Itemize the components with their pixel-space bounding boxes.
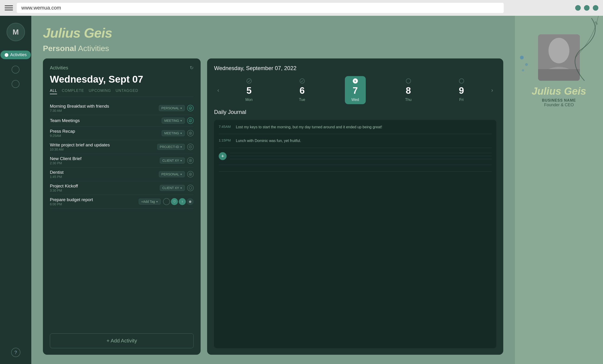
- browser-dots: [575, 5, 598, 11]
- table-row: Project Kickoff 3:30 PM CLIENT XY ▼: [50, 181, 194, 195]
- activity-action-btn[interactable]: [187, 144, 194, 150]
- activity-action-btn[interactable]: [187, 157, 194, 164]
- last-btn-dark[interactable]: ⊕: [187, 198, 194, 205]
- day-num: 7: [352, 85, 358, 96]
- activity-action-btn[interactable]: [187, 117, 194, 124]
- avatar[interactable]: M: [7, 23, 25, 41]
- activity-tag[interactable]: CLIENT XY ▼: [160, 158, 185, 164]
- activity-action-btn[interactable]: [187, 130, 194, 136]
- panel-date: Wednesday, Sept 07: [50, 74, 194, 85]
- journal-blank-1: [230, 153, 492, 153]
- activity-action-btn[interactable]: [187, 185, 194, 191]
- cal-day-fri[interactable]: 9 Fri: [451, 76, 472, 104]
- edit-icon[interactable]: ✎: [594, 20, 598, 26]
- activity-name: Prepare budget report: [50, 197, 136, 202]
- address-bar[interactable]: www.wemua.com: [17, 3, 504, 13]
- cal-week: ‹ 5 Mon: [214, 76, 496, 104]
- last-btn-outline[interactable]: [163, 198, 170, 205]
- sidebar-item-2[interactable]: [12, 66, 20, 73]
- activity-tag[interactable]: PERSONAL ▼: [159, 105, 185, 111]
- activity-time: 2:30 PM: [50, 161, 157, 165]
- last-btn-teal[interactable]: ♡: [171, 198, 178, 205]
- filter-tab-all[interactable]: ALL: [50, 89, 57, 94]
- main-layout: M Activities ? Julius Geis Personal Acti…: [0, 16, 603, 364]
- activity-name: Write project brief and updates: [50, 142, 155, 148]
- sidebar-item-label: Activities: [10, 52, 27, 57]
- last-row-actions: ♡ ↑ ⊕: [163, 198, 194, 205]
- activity-name: Press Recap: [50, 129, 159, 134]
- right-panel: ✎: [515, 16, 603, 364]
- panel-label: Activities: [50, 65, 68, 70]
- day-indicator: [406, 78, 411, 83]
- profile-name: Julius Geis: [532, 85, 586, 97]
- day-num: 6: [299, 85, 304, 96]
- cal-day-tue[interactable]: 6 Tue: [292, 76, 313, 104]
- day-indicator: [459, 78, 464, 83]
- activity-action-btn[interactable]: [187, 171, 194, 177]
- deco-dots: [520, 53, 533, 77]
- cal-day-thu[interactable]: 8 Thu: [398, 76, 419, 104]
- browser-dot-3[interactable]: [593, 5, 598, 11]
- activity-time: 3:30 PM: [50, 189, 157, 192]
- activity-list: Morning Breakfast with friends 7:30 AM P…: [50, 101, 194, 330]
- activity-name: Project Kickoff: [50, 184, 157, 189]
- activity-time: 10:30 AM: [50, 148, 155, 151]
- activity-tag[interactable]: MEETING ▼: [162, 118, 185, 124]
- activity-tag[interactable]: MEETING ▼: [162, 130, 185, 136]
- browser-dot-2[interactable]: [584, 5, 590, 11]
- cal-header-date: Wednesday, September 07, 2022: [214, 65, 496, 71]
- day-num: 8: [406, 85, 411, 96]
- cal-next[interactable]: ›: [488, 87, 496, 94]
- journal-time-2: 1:15PM: [219, 138, 233, 142]
- activity-info: Project Kickoff 3:30 PM: [50, 184, 157, 192]
- cal-prev[interactable]: ‹: [214, 87, 222, 94]
- activity-info: Team Meetings: [50, 118, 159, 123]
- sidebar: M Activities ?: [0, 16, 31, 364]
- day-name: Fri: [459, 98, 464, 102]
- hamburger-icon[interactable]: [5, 5, 13, 11]
- filter-tab-complete[interactable]: COMPLETE: [62, 89, 84, 94]
- cal-day-wed[interactable]: ♥ 7 Wed: [345, 76, 366, 104]
- sidebar-item-activities[interactable]: Activities: [0, 51, 31, 59]
- activity-tag-add[interactable]: +Add Tag ▼: [139, 199, 161, 205]
- journal-entry-2: 1:15PM Lunch with Dominic was fun, yet f…: [219, 138, 492, 143]
- profile-photo: [538, 34, 580, 81]
- activity-action-btn[interactable]: [187, 105, 194, 111]
- url-text: www.wemua.com: [21, 5, 61, 11]
- day-name: Thu: [405, 98, 412, 102]
- help-button[interactable]: ?: [11, 348, 20, 357]
- svg-point-16: [522, 69, 524, 71]
- activity-tag[interactable]: PERSONAL ▼: [159, 171, 185, 177]
- filter-tabs: ALL COMPLETE UPCOMING UNTAGGED: [50, 89, 194, 97]
- cal-day-mon[interactable]: 5 Mon: [239, 76, 259, 104]
- section-text: Activities: [78, 44, 109, 53]
- svg-point-13: [189, 187, 192, 189]
- filter-tab-upcoming[interactable]: UPCOMING: [89, 89, 111, 94]
- svg-point-14: [520, 56, 524, 59]
- browser-dot-1[interactable]: [575, 5, 581, 11]
- filter-tab-untagged[interactable]: UNTAGGED: [116, 89, 138, 94]
- activity-tag[interactable]: CLIENT XY ▼: [160, 185, 185, 191]
- activity-tag[interactable]: PROJECT-ID ▼: [157, 144, 185, 150]
- table-row: Prepare budget report 6:00 PM +Add Tag ▼…: [50, 195, 194, 209]
- journal-blank-lines: [230, 153, 492, 159]
- activity-time: 9:25AM: [50, 134, 159, 138]
- journal-entries: 7:45AM Lost my keys to start the morning…: [214, 120, 496, 348]
- activity-time: 6:00 PM: [50, 202, 136, 206]
- sidebar-item-3[interactable]: [12, 80, 20, 88]
- journal-add-row: +: [219, 152, 492, 160]
- last-btn-teal2[interactable]: ↑: [179, 198, 186, 205]
- svg-point-18: [548, 38, 569, 63]
- profile-business: BUSINESS NAME: [542, 98, 576, 103]
- activity-info: Morning Breakfast with friends 7:30 AM: [50, 104, 157, 113]
- section-strong: Personal: [43, 44, 76, 53]
- add-journal-button[interactable]: +: [219, 152, 227, 160]
- activity-time: 1:45 PM: [50, 175, 157, 179]
- panel-header: Activities ↻: [50, 65, 194, 70]
- add-activity-button[interactable]: + Add Activity: [50, 333, 194, 348]
- activity-name: Team Meetings: [50, 118, 159, 123]
- journal-divider: [219, 134, 492, 134]
- avatar-letter: M: [12, 28, 19, 36]
- profile-title: Founder & CEO: [544, 103, 574, 107]
- panel-refresh-icon[interactable]: ↻: [190, 65, 194, 70]
